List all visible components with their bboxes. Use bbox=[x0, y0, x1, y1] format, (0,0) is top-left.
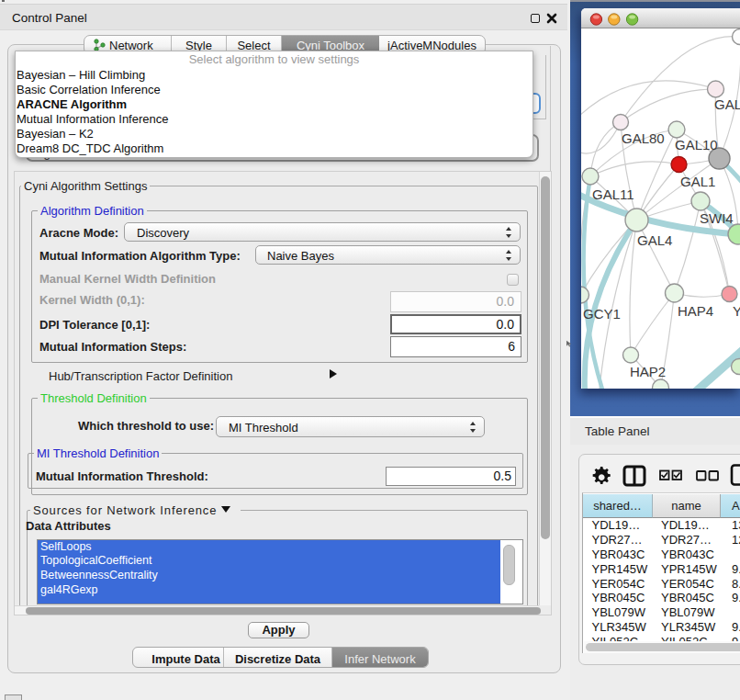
svg-text:HAP4: HAP4 bbox=[678, 303, 713, 319]
svg-text:GAL10: GAL10 bbox=[675, 137, 718, 152]
svg-text:GAL4: GAL4 bbox=[637, 232, 672, 248]
svg-text:GAL80: GAL80 bbox=[622, 130, 665, 146]
svg-text:GCY1: GCY1 bbox=[583, 306, 621, 322]
svg-text:SWI4: SWI4 bbox=[700, 210, 734, 226]
svg-text:GAL11: GAL11 bbox=[592, 186, 634, 202]
svg-text:HAP2: HAP2 bbox=[630, 364, 666, 379]
svg-text:GAL1: GAL1 bbox=[680, 174, 715, 189]
svg-text:GAL7: GAL7 bbox=[714, 96, 740, 112]
svg-text:YD: YD bbox=[733, 303, 740, 319]
